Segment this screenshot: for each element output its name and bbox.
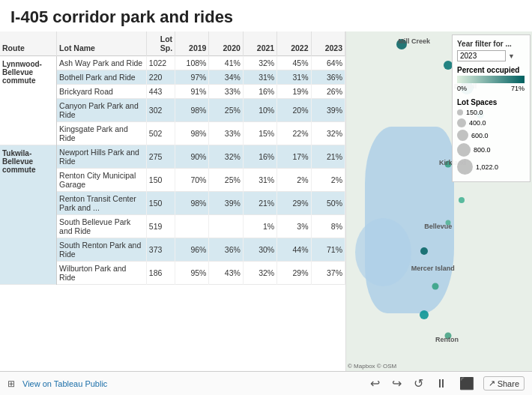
cell-sp: 186	[146, 262, 175, 285]
table-row: Tukwila-BellevuecommuteNewport Hills Par…	[0, 145, 345, 169]
cell-name: Kingsgate Park and Ride	[57, 122, 147, 145]
share-label: Share	[498, 379, 519, 388]
col-2023: 2023	[311, 31, 345, 56]
cell-y2022: 3%	[277, 215, 311, 238]
cell-y2023: 32%	[311, 122, 345, 145]
year-filter-row: 2023 2022 2021 2020 2019 ▼	[457, 50, 525, 61]
lot-circles: 150.0400.0600.0800.01,022.0	[457, 109, 525, 175]
reset-button[interactable]: ↺	[411, 375, 426, 392]
cell-y2020: 25%	[209, 169, 243, 192]
cell-name: Wilburton Park and Ride	[57, 262, 147, 285]
lot-circle-icon	[457, 130, 468, 141]
cell-y2023: 37%	[311, 262, 345, 285]
cell-y2020: 39%	[209, 192, 243, 215]
cell-y2021: 31%	[243, 169, 276, 192]
pause-button[interactable]: ⏸	[432, 376, 450, 392]
lot-circle-label: 600.0	[471, 132, 489, 139]
cell-y2023: 36%	[311, 70, 345, 85]
lot-circle-icon	[457, 118, 466, 127]
table-section: Route Lot Name Lot Sp. 2019 2020 2021 20…	[0, 31, 346, 371]
share-icon: ↗	[489, 379, 495, 388]
city-label: Mercer Island	[411, 265, 455, 272]
app-container: I-405 corridor park and rides Route Lot …	[0, 0, 532, 395]
map-credit: © Mapbox © OSM	[348, 363, 396, 370]
lot-circle-icon	[457, 159, 473, 175]
pct-label: Percent occupied	[457, 66, 525, 74]
cell-sp: 1022	[146, 56, 175, 70]
cell-y2023: 21%	[311, 145, 345, 169]
bottom-bar: ⊞ View on Tableau Public ↩ ↪ ↺ ⏸ ⬛ ↗ Sha…	[0, 371, 532, 395]
cell-y2023: 64%	[311, 56, 345, 70]
cell-y2022: 29%	[277, 262, 311, 285]
cell-sp: 302	[146, 99, 175, 122]
lot-circle-icon	[457, 109, 463, 115]
pct-max: 71%	[511, 85, 525, 92]
page-title: I-405 corridor park and rides	[0, 0, 532, 31]
cell-y2020: 25%	[209, 99, 243, 122]
redo-button[interactable]: ↪	[389, 375, 405, 392]
cell-y2022: 19%	[277, 85, 311, 99]
col-2021: 2021	[243, 31, 276, 56]
cell-y2020: 43%	[209, 262, 243, 285]
download-button[interactable]: ⬛	[456, 375, 477, 392]
cell-y2020: 33%	[209, 122, 243, 145]
cell-sp: 275	[146, 145, 175, 169]
city-label: Mill Creek	[398, 37, 430, 45]
lot-circle-label: 800.0	[474, 146, 491, 154]
cell-y2019: 98%	[175, 99, 209, 122]
cell-y2021: 21%	[243, 192, 276, 215]
cell-y2023: 39%	[311, 99, 345, 122]
cell-y2019: 96%	[175, 238, 209, 262]
route-cell: Lynnwood-Bellevuecommute	[0, 56, 57, 145]
share-button[interactable]: ↗ Share	[483, 376, 525, 391]
col-sp: Lot Sp.	[146, 31, 175, 56]
cell-y2020: 34%	[209, 70, 243, 85]
cell-y2019: 95%	[175, 262, 209, 285]
cell-y2020: 36%	[209, 238, 243, 262]
tableau-link-label: View on Tableau Public	[22, 379, 107, 388]
lot-circle-label: 400.0	[469, 119, 486, 127]
cell-y2019: 98%	[175, 122, 209, 145]
col-2022: 2022	[277, 31, 311, 56]
cell-sp: 443	[146, 85, 175, 99]
cell-y2019: 98%	[175, 192, 209, 215]
cell-y2019: 97%	[175, 70, 209, 85]
undo-button[interactable]: ↩	[367, 375, 383, 392]
year-filter-label: Year filter for ...	[457, 40, 525, 48]
cell-name: Newport Hills Park and Ride	[57, 145, 147, 169]
cell-name: Bothell Park and Ride	[57, 70, 147, 85]
year-select[interactable]: 2023 2022 2021 2020 2019	[457, 50, 506, 61]
lot-circle-row: 400.0	[457, 118, 525, 127]
tableau-link[interactable]: View on Tableau Public	[22, 379, 107, 388]
cell-y2021: 32%	[243, 56, 276, 70]
lot-circle-label: 1,022.0	[476, 163, 498, 171]
cell-y2022: 44%	[277, 238, 311, 262]
cell-y2021: 15%	[243, 122, 276, 145]
cell-y2022: 20%	[277, 99, 311, 122]
table-header-row: Route Lot Name Lot Sp. 2019 2020 2021 20…	[0, 31, 345, 56]
cell-sp: 519	[146, 215, 175, 238]
map-section: Mill CreekBothellKirklandBellevueMercer …	[346, 31, 532, 371]
cell-y2019	[175, 215, 209, 238]
cell-y2023: 71%	[311, 238, 345, 262]
map-dot	[420, 310, 429, 319]
city-label: Bellevue	[424, 223, 452, 230]
cell-sp: 220	[146, 70, 175, 85]
lot-circle-row: 600.0	[457, 130, 525, 141]
table-row: Lynnwood-BellevuecommuteAsh Way Park and…	[0, 56, 345, 70]
lot-circle-icon	[457, 143, 471, 157]
cell-y2019: 108%	[175, 56, 209, 70]
tableau-icon: ⊞	[7, 379, 15, 389]
cell-name: Ash Way Park and Ride	[57, 56, 147, 70]
map-area: Mill CreekBothellKirklandBellevueMercer …	[346, 31, 532, 371]
cell-y2021: 31%	[243, 70, 276, 85]
col-lot: Lot Name	[57, 31, 147, 56]
cell-y2019: 90%	[175, 145, 209, 169]
map-dot	[459, 197, 465, 203]
col-route: Route	[0, 31, 57, 56]
cell-sp: 150	[146, 192, 175, 215]
cell-name: Canyon Park Park and Ride	[57, 99, 147, 122]
gradient-labels: 0% 71%	[457, 85, 525, 92]
legend-panel: Year filter for ... 2023 2022 2021 2020 …	[452, 34, 531, 182]
cell-y2021: 16%	[243, 145, 276, 169]
